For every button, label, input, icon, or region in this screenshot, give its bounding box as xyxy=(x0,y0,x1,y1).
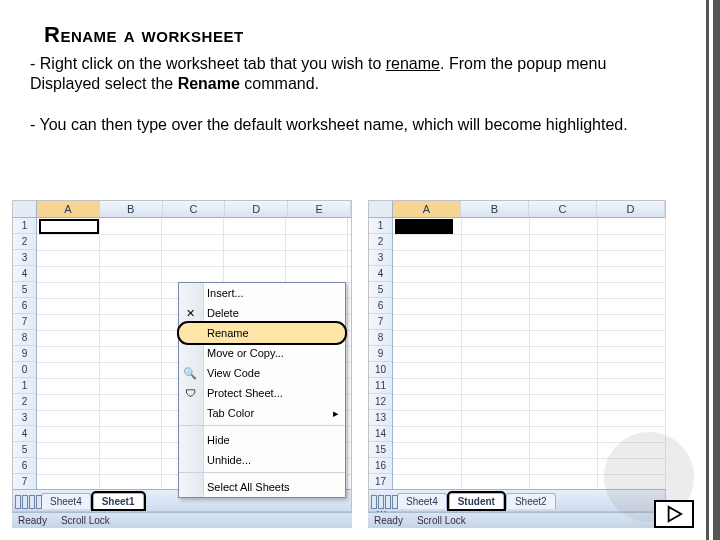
col-header[interactable]: E xyxy=(288,201,351,217)
menu-label: Select All Sheets xyxy=(207,481,290,493)
menu-icon: ✕ xyxy=(183,306,197,320)
menu-item[interactable]: 🔍View Code xyxy=(179,363,345,383)
menu-item[interactable]: ✕Delete xyxy=(179,303,345,323)
svg-marker-0 xyxy=(669,507,682,521)
row-header[interactable]: 7 xyxy=(13,314,36,330)
select-all-corner[interactable] xyxy=(13,201,37,217)
menu-item[interactable]: Select All Sheets xyxy=(179,477,345,497)
tab-nav[interactable] xyxy=(371,495,398,509)
row-header[interactable]: 4 xyxy=(13,426,36,442)
row-header[interactable]: 3 xyxy=(13,250,36,266)
underlined-word: rename xyxy=(386,55,440,72)
slide-edge xyxy=(706,0,720,540)
status-extra: Scroll Lock xyxy=(61,515,110,526)
text: command. xyxy=(240,75,319,92)
row-header[interactable]: 8 xyxy=(13,330,36,346)
text: - Right click on the worksheet tab that … xyxy=(30,55,386,72)
menu-label: Delete xyxy=(207,307,239,319)
column-headers: A B C D E xyxy=(13,201,351,218)
sheet-tab[interactable]: Sheet4 xyxy=(41,493,91,509)
bold-word: Rename xyxy=(178,75,240,92)
menu-item-rename[interactable]: Rename xyxy=(179,323,345,343)
context-menu: Insert...✕DeleteRenameMove or Copy...🔍Vi… xyxy=(178,282,346,498)
status-extra: Scroll Lock xyxy=(417,515,466,526)
sheet-tab[interactable]: Sheet4 xyxy=(397,493,447,509)
menu-icon: 🛡 xyxy=(183,386,197,400)
menu-icon: 🔍 xyxy=(183,366,197,380)
menu-label: Unhide... xyxy=(207,454,251,466)
page-title: Rename a worksheet xyxy=(0,0,720,52)
active-cell[interactable] xyxy=(39,219,99,234)
menu-item[interactable]: Insert... xyxy=(179,283,345,303)
menu-item[interactable]: Hide xyxy=(179,430,345,450)
status-mode: Ready xyxy=(374,515,403,526)
submenu-arrow-icon: ▸ xyxy=(333,407,339,420)
menu-item[interactable]: Move or Copy... xyxy=(179,343,345,363)
status-mode: Ready xyxy=(18,515,47,526)
row-header[interactable]: 8 xyxy=(369,330,392,346)
col-header[interactable]: A xyxy=(393,201,461,217)
row-header[interactable]: 9 xyxy=(369,346,392,362)
instruction-2: - You can then type over the default wor… xyxy=(0,113,720,135)
menu-label: Tab Color xyxy=(207,407,254,419)
active-cell-edit[interactable] xyxy=(395,219,453,234)
row-header[interactable]: 5 xyxy=(369,282,392,298)
row-header[interactable]: 0 xyxy=(13,362,36,378)
column-headers: A B C D xyxy=(369,201,665,218)
menu-label: Rename xyxy=(207,327,249,339)
row-header[interactable]: 1 xyxy=(13,378,36,394)
row-header[interactable]: 2 xyxy=(13,394,36,410)
row-header[interactable]: 16 xyxy=(369,458,392,474)
play-icon xyxy=(665,505,683,523)
menu-label: Insert... xyxy=(207,287,244,299)
row-header[interactable]: 7 xyxy=(13,474,36,490)
menu-item[interactable]: Unhide... xyxy=(179,450,345,470)
menu-label: Hide xyxy=(207,434,230,446)
sheet-tab-editing[interactable]: Student xyxy=(449,493,504,509)
instruction-1: - Right click on the worksheet tab that … xyxy=(0,52,720,95)
row-header[interactable]: 3 xyxy=(369,250,392,266)
next-button[interactable] xyxy=(654,500,694,528)
row-header[interactable]: 2 xyxy=(369,234,392,250)
row-headers: 12345678910111213141516171819 xyxy=(369,218,393,489)
col-header[interactable]: B xyxy=(461,201,529,217)
menu-item[interactable]: 🛡Protect Sheet... xyxy=(179,383,345,403)
row-header[interactable]: 5 xyxy=(13,282,36,298)
status-bar: Ready Scroll Lock xyxy=(368,512,666,528)
row-header[interactable]: 4 xyxy=(369,266,392,282)
menu-label: Move or Copy... xyxy=(207,347,284,359)
menu-label: Protect Sheet... xyxy=(207,387,283,399)
row-header[interactable]: 4 xyxy=(13,266,36,282)
select-all-corner[interactable] xyxy=(369,201,393,217)
row-header[interactable]: 13 xyxy=(369,410,392,426)
row-header[interactable]: 11 xyxy=(369,378,392,394)
row-header[interactable]: 1 xyxy=(13,218,36,234)
row-header[interactable]: 17 xyxy=(369,474,392,490)
col-header[interactable]: A xyxy=(37,201,100,217)
menu-item[interactable]: Tab Color▸ xyxy=(179,403,345,423)
row-header[interactable]: 9 xyxy=(13,346,36,362)
row-header[interactable]: 10 xyxy=(369,362,392,378)
row-header[interactable]: 15 xyxy=(369,442,392,458)
row-header[interactable]: 7 xyxy=(369,314,392,330)
sheet-tab[interactable]: Sheet2 xyxy=(506,493,556,509)
row-header[interactable]: 6 xyxy=(13,298,36,314)
col-header[interactable]: D xyxy=(597,201,665,217)
row-header[interactable]: 2 xyxy=(13,234,36,250)
row-headers: 12345678901234567 xyxy=(13,218,37,489)
row-header[interactable]: 1 xyxy=(369,218,392,234)
col-header[interactable]: C xyxy=(163,201,226,217)
menu-label: View Code xyxy=(207,367,260,379)
row-header[interactable]: 12 xyxy=(369,394,392,410)
row-header[interactable]: 3 xyxy=(13,410,36,426)
status-bar: Ready Scroll Lock xyxy=(12,512,352,528)
row-header[interactable]: 5 xyxy=(13,442,36,458)
row-header[interactable]: 14 xyxy=(369,426,392,442)
col-header[interactable]: D xyxy=(225,201,288,217)
row-header[interactable]: 6 xyxy=(13,458,36,474)
row-header[interactable]: 6 xyxy=(369,298,392,314)
sheet-tab-active[interactable]: Sheet1 xyxy=(93,493,144,509)
col-header[interactable]: C xyxy=(529,201,597,217)
col-header[interactable]: B xyxy=(100,201,163,217)
tab-nav[interactable] xyxy=(15,495,42,509)
